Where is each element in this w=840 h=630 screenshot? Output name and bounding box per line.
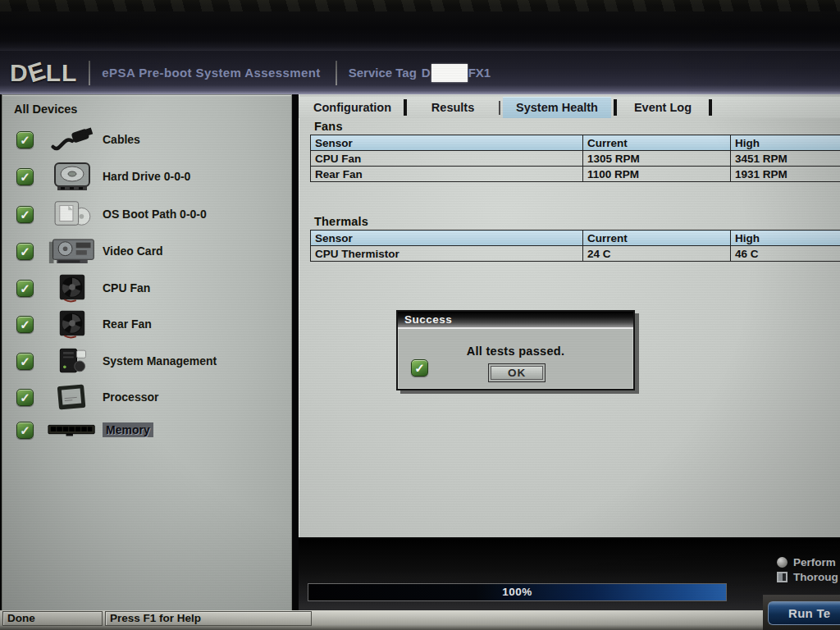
monitor-bezel [0,0,840,51]
sidebar-item-label: Memory [103,422,153,437]
video-card-icon [45,235,99,267]
ok-button-frame: OK [488,363,546,382]
column-header: High [731,135,840,151]
cell-high: 3451 RPM [731,151,840,167]
header-bar: DELL ePSA Pre-boot System Assessment Ser… [0,51,840,94]
main-panel: Configuration Results System Health Even… [299,94,840,537]
sidebar-item-memory[interactable]: ✓ Memory [2,413,291,447]
tab-separator [709,99,712,116]
fans-section-title: Fans [314,120,343,133]
monitor-photo: DELL ePSA Pre-boot System Assessment Ser… [0,0,840,630]
table-header-row: Sensor Current High [311,231,840,246]
thermals-table: Sensor Current High CPU Thermistor 24 C … [310,230,840,262]
sidebar-item-label: Video Card [103,244,163,258]
dell-logo: DELL [10,59,77,87]
service-tag-suffix: FX1 [468,66,491,80]
cell-high: 1931 RPM [731,167,840,182]
thorough-checkbox-icon[interactable] [777,572,788,582]
status-done-box: Done [2,611,103,626]
dialog-message: All tests passed. [398,345,633,358]
cell-current: 24 C [583,246,731,262]
sidebar-item-cables[interactable]: ✓ Cables [2,122,291,157]
column-header: Current [583,231,731,246]
checkbox-checked-icon[interactable]: ✓ [16,206,34,223]
tab-separator [614,99,617,116]
thorough-option[interactable]: Thoroug [777,571,838,583]
bezel-grille [0,0,840,11]
tab-event-log[interactable]: Event Log [619,97,706,118]
dialog-title: Success [398,312,633,329]
ok-button[interactable]: OK [491,366,543,380]
service-tag-redaction [431,64,468,82]
cell-current: 1305 RPM [583,151,731,167]
table-row: CPU Fan 1305 RPM 3451 RPM [311,151,840,167]
checkbox-checked-icon[interactable]: ✓ [16,168,34,185]
service-tag-prefix: D [422,66,431,80]
cell-high: 46 C [731,246,840,262]
sidebar-item-video-card[interactable]: ✓ Video Card [2,234,291,268]
thorough-label: Thoroug [793,571,838,583]
success-check-icon: ✓ [411,359,428,377]
sidebar-item-cpu-fan[interactable]: ✓ CPU Fan [2,271,291,305]
header-separator [89,61,90,85]
header-separator [336,61,337,85]
table-row: Rear Fan 1100 RPM 1931 RPM [311,167,840,182]
status-help-box: Press F1 for Help [105,611,312,626]
checkbox-checked-icon[interactable]: ✓ [16,389,34,406]
thermals-section-title: Thermals [314,215,368,228]
panel-divider [292,94,299,611]
sidebar-item-label: Rear Fan [103,317,152,331]
progress-bar: 100% [308,583,727,601]
tab-separator [499,101,500,115]
performance-radio-icon[interactable] [777,557,788,568]
checkbox-checked-icon[interactable]: ✓ [16,243,34,260]
hard-drive-icon [45,160,99,193]
sidebar-item-rear-fan[interactable]: ✓ Rear Fan [2,307,291,341]
fan-icon [45,272,99,304]
cell-sensor: CPU Thermistor [311,246,583,262]
sidebar-item-label: OS Boot Path 0-0-0 [103,208,207,221]
checkbox-checked-icon[interactable]: ✓ [16,280,34,297]
column-header: Current [583,135,731,151]
tab-bar: Configuration Results System Health Even… [299,97,840,118]
sidebar-item-system-management[interactable]: ✓ System Management [2,344,291,378]
sidebar-item-os-boot-path[interactable]: ✓ OS Boot Path 0-0-0 [2,197,291,231]
table-header-row: Sensor Current High [311,135,840,151]
performance-option[interactable]: Perform [777,556,836,568]
device-list-title: All Devices [14,103,77,116]
run-tests-button[interactable]: Run Te [768,601,840,625]
checkbox-checked-icon[interactable]: ✓ [16,422,34,439]
table-row: CPU Thermistor 24 C 46 C [311,246,840,262]
processor-icon [45,381,99,413]
cell-sensor: Rear Fan [311,167,583,182]
checkbox-checked-icon[interactable]: ✓ [16,316,34,333]
memory-icon [45,413,99,446]
fan-icon [45,308,99,340]
checkbox-checked-icon[interactable]: ✓ [16,353,34,370]
service-tag-label: Service Tag [349,66,417,80]
column-header: Sensor [311,135,583,151]
device-list-panel: All Devices ✓ Cables ✓ Hard Drive 0-0-0 … [2,94,292,611]
sidebar-item-label: Cables [103,133,140,146]
performance-label: Perform [793,556,836,568]
cable-icon [45,123,99,156]
sidebar-item-label: System Management [103,354,217,368]
tab-results[interactable]: Results [409,97,496,118]
sidebar-item-label: Processor [103,390,158,404]
sidebar-item-processor[interactable]: ✓ Processor [2,380,291,414]
tab-separator [404,99,407,116]
status-bar: Done Press F1 for Help [0,610,840,630]
tab-system-health[interactable]: System Health [503,97,611,118]
sidebar-item-label: Hard Drive 0-0-0 [103,170,190,183]
system-management-icon [45,345,99,377]
footer-panel: Perform Thoroug 100% [299,537,840,610]
success-dialog: Success All tests passed. ✓ OK [396,310,635,390]
checkbox-checked-icon[interactable]: ✓ [16,131,34,148]
column-header: Sensor [311,231,583,246]
tab-configuration[interactable]: Configuration [304,97,401,118]
column-header: High [731,231,840,246]
service-tag: Service Tag D FX1 [349,64,491,82]
cell-current: 1100 RPM [583,167,731,182]
fans-table: Sensor Current High CPU Fan 1305 RPM 345… [310,135,840,182]
sidebar-item-hard-drive[interactable]: ✓ Hard Drive 0-0-0 [2,159,291,194]
